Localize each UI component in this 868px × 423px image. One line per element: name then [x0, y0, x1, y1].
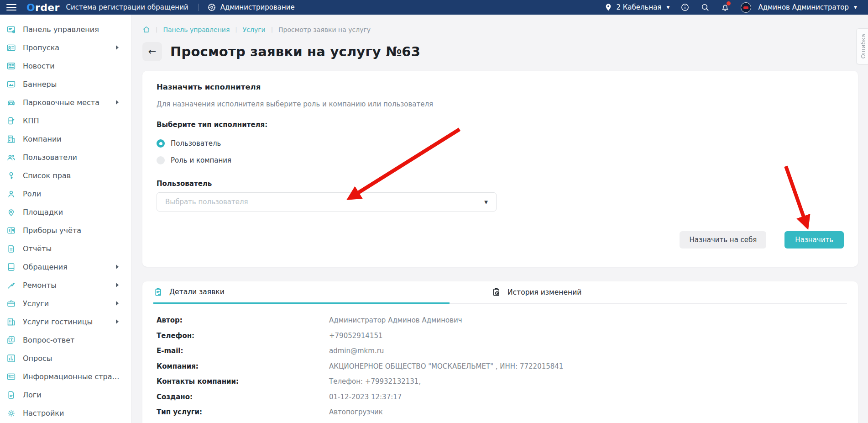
detail-row-created: Создано: 01-12-2023 12:37:17 — [157, 393, 844, 408]
breadcrumb-dashboard[interactable]: Панель управления — [163, 26, 230, 33]
sidebar-item-label: Логи — [23, 391, 42, 399]
radio-role-company[interactable]: Роль и компания — [157, 156, 844, 164]
select-caret-icon: ▼ — [484, 200, 488, 205]
sidebar-item-label: Пропуска — [23, 43, 59, 52]
sidebar-item-companies[interactable]: Компании — [0, 130, 131, 148]
clipboard-check-icon — [153, 287, 163, 297]
back-button[interactable]: ← — [142, 42, 162, 61]
search-icon — [701, 3, 710, 12]
sidebar-item-label: Пользователи — [23, 153, 77, 162]
assign-card-subtitle: Для назначения исполнителя выберите роль… — [157, 100, 844, 108]
assign-button[interactable]: Назначить — [784, 231, 844, 249]
sidebar-item-hotel-services[interactable]: Услуги гостиницы — [0, 312, 131, 331]
sidebar-item-label: Приборы учёта — [23, 226, 81, 235]
breadcrumb-separator: | — [156, 26, 157, 33]
request-details-card: Детали заявки История изменений Автор: А… — [142, 281, 858, 423]
hotel-icon — [6, 317, 16, 327]
user-menu[interactable]: Админов Администратор ▼ — [741, 2, 857, 13]
detail-label: Телефон: — [157, 332, 329, 340]
info-page-icon — [6, 372, 16, 381]
info-icon — [680, 3, 690, 12]
sidebar-item-permissions[interactable]: Список прав — [0, 166, 131, 185]
breadcrumb-services[interactable]: Услуги — [243, 26, 266, 33]
sidebar-item-parking[interactable]: Парковочные места — [0, 93, 131, 111]
app-logo[interactable]: Order — [26, 2, 60, 13]
radio-role-company-control[interactable] — [157, 156, 165, 164]
detail-value: Автопогрузчик — [329, 408, 383, 416]
sidebar-item-label: Ремонты — [23, 281, 57, 290]
page-title: Просмотр заявки на услугу №63 — [170, 44, 420, 59]
administration-gear-icon — [207, 3, 216, 12]
sidebar-item-sites[interactable]: Площадки — [0, 203, 131, 221]
user-select[interactable]: Выбрать пользователя ▼ — [157, 192, 497, 212]
sidebar-item-label: Информационные страницы — [23, 372, 121, 381]
breadcrumb: | Панель управления | Услуги | Просмотр … — [142, 26, 858, 33]
sidebar-item-label: КПП — [23, 116, 39, 125]
executor-type-label: Выберите тип исполнителя: — [157, 121, 844, 129]
briefcase-icon — [6, 299, 16, 308]
assign-to-self-button[interactable]: Назначить на себя — [680, 231, 766, 249]
sidebar-item-label: Панель управления — [23, 25, 99, 34]
sidebar-item-settings[interactable]: Настройки — [0, 404, 131, 422]
expand-arrow-icon — [116, 264, 119, 269]
detail-value: АКЦИОНЕРНОЕ ОБЩЕСТВО "МОСКАБЕЛЬМЕТ" , ИН… — [329, 362, 563, 370]
sidebar-item-repairs[interactable]: Ремонты — [0, 276, 131, 294]
user-select-placeholder: Выбрать пользователя — [165, 198, 248, 206]
id-card-icon — [6, 43, 16, 53]
news-icon — [6, 61, 16, 71]
info-button[interactable] — [680, 3, 690, 12]
menu-toggle-icon[interactable] — [6, 4, 16, 11]
logo-letter-o: O — [26, 2, 35, 13]
title-row: ← Просмотр заявки на услугу №63 — [142, 42, 858, 61]
expand-arrow-icon — [116, 319, 119, 324]
assign-executor-card: Назначить исполнителя Для назначения исп… — [142, 71, 858, 267]
sidebar-item-label: Опросы — [23, 354, 52, 363]
sidebar-item-banners[interactable]: Баннеры — [0, 75, 131, 93]
sidebar-item-checkpoint[interactable]: КПП — [0, 111, 131, 130]
map-pin-icon — [6, 207, 16, 217]
sidebar-item-reports[interactable]: Отчёты — [0, 239, 131, 258]
detail-value: admin@mkm.ru — [329, 347, 384, 355]
notifications-button[interactable] — [721, 3, 730, 12]
expand-arrow-icon — [116, 283, 119, 287]
log-document-icon — [6, 390, 16, 400]
document-icon — [6, 244, 16, 254]
sidebar-item-label: Парковочные места — [23, 98, 99, 107]
app-title: Система регистрации обращений — [66, 3, 188, 11]
checkpoint-icon — [6, 116, 16, 126]
user-name: Админов Администратор — [758, 3, 849, 11]
sidebar-item-services[interactable]: Услуги — [0, 294, 131, 312]
gear-icon — [6, 408, 16, 418]
breadcrumb-current: Просмотр заявки на услугу — [278, 26, 371, 33]
sidebar-item-users[interactable]: Пользователи — [0, 148, 131, 166]
search-button[interactable] — [701, 3, 710, 12]
assign-card-title: Назначить исполнителя — [157, 83, 844, 91]
location-selector[interactable]: 2 Кабельная ▼ — [604, 3, 669, 12]
expand-arrow-icon — [116, 301, 119, 306]
sidebar-item-faq[interactable]: Вопрос-ответ — [0, 331, 131, 349]
dashboard-icon — [6, 25, 16, 34]
tab-change-history[interactable]: История изменений — [450, 281, 847, 304]
sidebar-item-news[interactable]: Новости — [0, 57, 131, 75]
sidebar-item-surveys[interactable]: Опросы — [0, 349, 131, 367]
home-icon[interactable] — [142, 26, 150, 33]
radio-user-control[interactable] — [157, 139, 165, 148]
administration-menu[interactable]: Администрирование — [207, 3, 295, 12]
logo-rest: rder — [35, 2, 60, 13]
sidebar-item-appeals[interactable]: Обращения — [0, 258, 131, 276]
sidebar-item-logs[interactable]: Логи — [0, 386, 131, 404]
error-feedback-tab[interactable]: Ошибка — [856, 28, 868, 64]
detail-label: Создано: — [157, 393, 329, 401]
sidebar-item-meters[interactable]: Приборы учёта — [0, 221, 131, 239]
sidebar-item-label: Отчёты — [23, 244, 52, 253]
sidebar-item-label: Роли — [23, 190, 41, 198]
detail-row-phone: Телефон: +79052914151 — [157, 332, 844, 347]
sidebar-item-dashboard[interactable]: Панель управления — [0, 20, 131, 38]
radio-user[interactable]: Пользователь — [157, 139, 844, 148]
breadcrumb-separator: | — [235, 26, 237, 33]
sidebar-item-passes[interactable]: Пропуска — [0, 38, 131, 57]
sidebar-item-roles[interactable]: Роли — [0, 185, 131, 203]
key-icon — [6, 171, 16, 180]
sidebar-item-info-pages[interactable]: Информационные страницы — [0, 367, 131, 386]
tab-request-details[interactable]: Детали заявки — [153, 281, 450, 304]
